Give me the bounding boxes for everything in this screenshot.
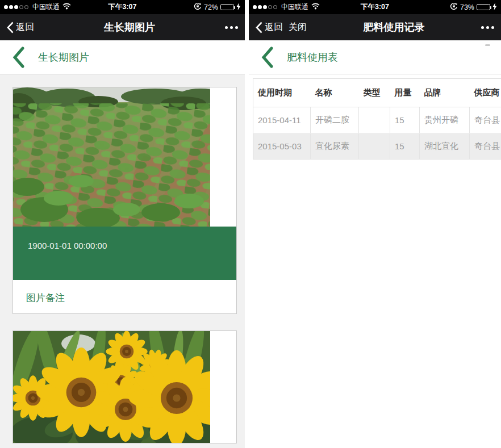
scrollbar-indicator[interactable] xyxy=(485,44,490,46)
back-label: 返回 xyxy=(265,22,283,34)
more-menu-button[interactable] xyxy=(225,24,238,31)
image-timestamp: 1900-01-01 00:00:00 xyxy=(28,241,107,250)
table-row[interactable]: 2015-05-03 宜化尿素 15 湖北宜化 奇台县 xyxy=(253,133,501,160)
back-chevron-icon xyxy=(256,22,262,34)
battery-percent: 73% xyxy=(460,3,474,11)
back-label: 返回 xyxy=(16,22,34,34)
cell-amount: 15 xyxy=(390,107,420,133)
growth-image-card[interactable] xyxy=(12,330,237,443)
fertilizer-record-screen: 中国联通 下午3:07 73% xyxy=(249,0,501,448)
nav-bar-right: 返回 关闭 肥料使用记录 xyxy=(249,14,501,40)
col-header-name: 名称 xyxy=(311,79,359,107)
image-list: 1900-01-01 00:00:00 图片备注 xyxy=(0,74,245,448)
table-header-row: 使用时期 名称 类型 用量 品牌 供应商 xyxy=(253,79,501,107)
charging-bolt-icon xyxy=(492,3,497,12)
charging-bolt-icon xyxy=(236,3,241,12)
section-header-left: 生长期图片 xyxy=(0,40,245,74)
green-back-chevron-icon[interactable] xyxy=(261,47,273,68)
cell-period: 2015-05-03 xyxy=(253,133,311,160)
battery-percent: 72% xyxy=(204,3,218,11)
col-header-brand: 品牌 xyxy=(420,79,470,107)
col-header-supplier: 供应商 xyxy=(470,79,501,107)
more-menu-button[interactable] xyxy=(481,24,494,31)
col-header-type: 类型 xyxy=(359,79,390,107)
cell-name: 宜化尿素 xyxy=(311,133,359,160)
image-remark: 图片备注 xyxy=(13,280,236,313)
fertilizer-table-area: 使用时期 名称 类型 用量 品牌 供应商 2015-04-11 开磷二胺 15 … xyxy=(249,74,501,448)
back-button[interactable]: 返回 xyxy=(256,22,283,34)
page-title: 生长期图片 xyxy=(34,20,225,34)
col-header-period: 使用时期 xyxy=(253,79,311,107)
cell-type xyxy=(359,107,390,133)
close-button[interactable]: 关闭 xyxy=(289,22,307,34)
cell-name: 开磷二胺 xyxy=(311,107,359,133)
battery-icon xyxy=(477,4,490,10)
section-header-right: 肥料使用表 xyxy=(249,40,501,74)
orientation-lock-icon xyxy=(194,2,202,12)
green-back-chevron-icon[interactable] xyxy=(12,47,24,68)
nav-bar-left: 返回 生长期图片 xyxy=(0,14,245,40)
battery-icon xyxy=(220,4,234,10)
section-title: 肥料使用表 xyxy=(287,51,338,64)
cell-amount: 15 xyxy=(390,133,420,160)
back-button[interactable]: 返回 xyxy=(7,22,34,34)
back-chevron-icon xyxy=(7,22,14,34)
status-bar-left: 中国联通 下午3:07 72% xyxy=(0,0,245,14)
cell-brand: 贵州开磷 xyxy=(420,107,470,133)
status-bar-right: 中国联通 下午3:07 73% xyxy=(249,0,501,14)
crop-field-photo[interactable] xyxy=(13,87,210,227)
cell-supplier: 奇台县 xyxy=(470,133,501,160)
sunflower-photo[interactable] xyxy=(13,331,210,443)
section-title: 生长期图片 xyxy=(38,51,89,64)
cell-supplier: 奇台县 xyxy=(470,107,501,133)
cell-period: 2015-04-11 xyxy=(253,107,311,133)
cell-brand: 湖北宜化 xyxy=(420,133,470,160)
growth-images-screen: 中国联通 下午3:07 72% xyxy=(0,0,245,448)
page-title: 肥料使用记录 xyxy=(307,20,481,34)
fertilizer-table: 使用时期 名称 类型 用量 品牌 供应商 2015-04-11 开磷二胺 15 … xyxy=(253,78,501,160)
cell-type xyxy=(359,133,390,160)
orientation-lock-icon xyxy=(450,2,458,12)
image-timestamp-bar: 1900-01-01 00:00:00 xyxy=(13,227,236,280)
growth-image-card[interactable]: 1900-01-01 00:00:00 图片备注 xyxy=(12,87,237,314)
table-row[interactable]: 2015-04-11 开磷二胺 15 贵州开磷 奇台县 xyxy=(253,107,501,133)
col-header-amount: 用量 xyxy=(390,79,420,107)
